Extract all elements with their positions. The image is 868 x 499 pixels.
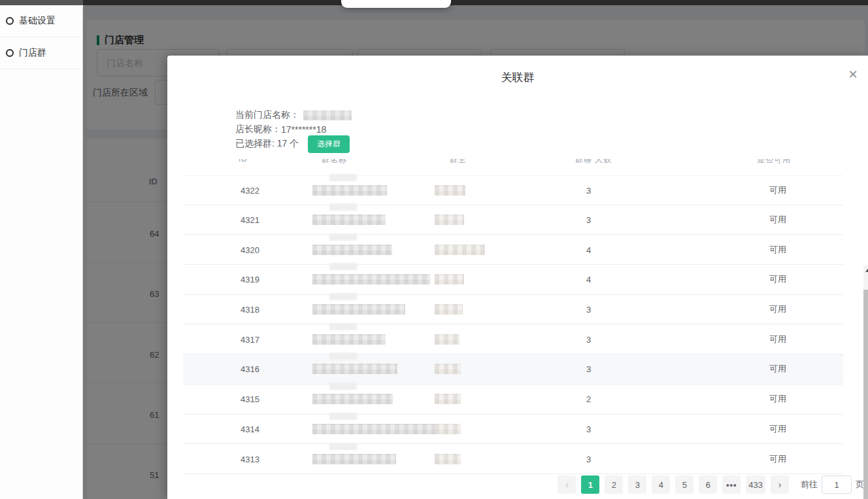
column-header-clipped: 是否可用 xyxy=(757,159,816,165)
groups-table: ID群名称群主群聊 人数是否可用 43223可用43213可用43204可用43… xyxy=(183,159,843,474)
group-member-count: 3 xyxy=(586,215,591,225)
group-table-row[interactable]: 43194可用 xyxy=(183,265,843,295)
group-table-row[interactable]: 43183可用 xyxy=(183,295,843,325)
group-member-count: 3 xyxy=(586,424,591,434)
page-button-4[interactable]: 4 xyxy=(652,475,670,494)
store-info-block: 当前门店名称： 店长昵称： 17*******18 已选择群: 17 个 选择群 xyxy=(235,108,352,151)
group-status: 可用 xyxy=(763,393,792,405)
group-status: 可用 xyxy=(763,273,792,285)
group-name-redacted xyxy=(312,424,443,434)
column-header-clipped: ID xyxy=(239,159,297,165)
group-id: 4313 xyxy=(241,454,259,464)
group-member-count: 4 xyxy=(586,275,591,284)
group-name-redacted xyxy=(312,245,392,255)
group-name-redacted xyxy=(312,274,430,284)
group-status: 可用 xyxy=(763,214,792,226)
related-groups-dialog: 关联群 ✕ 当前门店名称： 店长昵称： 17*******18 已选择群: 17… xyxy=(167,56,868,499)
dialog-title: 关联群 xyxy=(167,70,868,85)
store-name-redacted xyxy=(303,111,352,120)
goto-label: 前往 xyxy=(801,479,818,490)
more-pages-button[interactable]: ••• xyxy=(722,475,741,494)
page-button-6[interactable]: 6 xyxy=(699,475,717,494)
group-status: 可用 xyxy=(763,244,792,256)
group-member-count: 3 xyxy=(586,305,591,315)
group-name-redacted xyxy=(312,454,396,464)
scrollbar-thumb[interactable] xyxy=(863,290,868,499)
column-header-clipped: 群主 xyxy=(450,159,509,165)
table-body: 43223可用43213可用43204可用43194可用43183可用43173… xyxy=(183,175,843,474)
manager-nick-label: 店长昵称： xyxy=(235,124,281,135)
sidebar-item-label: 基础设置 xyxy=(19,15,56,27)
pagination: ‹ 123456 ••• 433 › 前往 页 xyxy=(555,475,864,494)
page-button-2[interactable]: 2 xyxy=(605,475,623,494)
group-name-redacted xyxy=(312,304,405,315)
group-id: 4314 xyxy=(241,424,259,434)
group-table-row[interactable]: 43133可用 xyxy=(183,444,843,474)
group-member-count: 3 xyxy=(586,454,591,464)
next-page-button[interactable]: › xyxy=(771,475,789,494)
prev-page-button[interactable]: ‹ xyxy=(558,475,576,494)
group-member-count: 3 xyxy=(586,185,591,195)
group-owner-redacted xyxy=(435,454,461,464)
selected-groups-count: 已选择群: 17 个 xyxy=(235,138,299,150)
group-table-row[interactable]: 43204可用 xyxy=(183,235,843,265)
manager-nick-value: 17*******18 xyxy=(281,124,326,135)
group-member-count: 3 xyxy=(586,364,591,374)
last-page-button[interactable]: 433 xyxy=(746,475,765,494)
select-group-button[interactable]: 选择群 xyxy=(308,135,350,153)
sidebar-item-store-groups[interactable]: 门店群 xyxy=(0,37,82,69)
group-owner-redacted xyxy=(435,304,463,315)
group-id: 4320 xyxy=(241,245,259,254)
table-scrollbar[interactable] xyxy=(863,266,868,499)
current-store-line: 当前门店名称： xyxy=(235,108,352,122)
page-button-1[interactable]: 1 xyxy=(581,475,599,494)
group-id: 4317 xyxy=(241,334,259,344)
sidebar: 基础设置 门店群 xyxy=(0,5,83,499)
toast-remnant xyxy=(341,0,451,8)
group-status: 可用 xyxy=(763,423,792,435)
sidebar-item-label: 门店群 xyxy=(19,47,46,59)
group-owner-redacted xyxy=(435,215,464,225)
goto-page-group: 前往 页 xyxy=(801,475,864,494)
page-buttons: 123456 xyxy=(578,475,720,494)
scroll-up-icon[interactable] xyxy=(863,266,868,275)
goto-page-input[interactable] xyxy=(822,475,852,494)
selected-groups-line: 已选择群: 17 个 选择群 xyxy=(235,137,352,151)
group-status: 可用 xyxy=(763,363,792,375)
column-header-clipped: 群聊 人数 xyxy=(575,159,634,165)
group-status: 可用 xyxy=(763,303,792,315)
group-name-redacted xyxy=(312,215,386,225)
group-name-redacted xyxy=(312,364,397,374)
radio-circle-icon xyxy=(6,49,14,57)
group-id: 4322 xyxy=(241,185,259,195)
group-status: 可用 xyxy=(763,334,792,345)
group-table-row[interactable]: 43223可用 xyxy=(183,175,843,205)
group-table-row[interactable]: 43163可用 xyxy=(183,354,843,385)
group-owner-redacted xyxy=(435,274,464,284)
group-id: 4315 xyxy=(241,394,259,404)
group-name-redacted xyxy=(312,394,393,404)
group-table-row[interactable]: 43213可用 xyxy=(183,205,843,235)
group-owner-redacted xyxy=(435,424,461,434)
group-member-count: 3 xyxy=(586,334,591,344)
manager-nick-line: 店长昵称： 17*******18 xyxy=(235,122,352,137)
group-id: 4319 xyxy=(241,275,259,284)
page-button-5[interactable]: 5 xyxy=(675,475,693,494)
group-table-row[interactable]: 43152可用 xyxy=(183,385,843,415)
group-table-row[interactable]: 43173可用 xyxy=(183,324,843,354)
group-owner-redacted xyxy=(435,245,485,255)
group-id: 4318 xyxy=(241,305,259,315)
page-button-3[interactable]: 3 xyxy=(628,475,646,494)
group-id: 4316 xyxy=(241,364,259,374)
goto-suffix: 页 xyxy=(856,479,864,490)
radio-circle-icon xyxy=(6,17,14,25)
group-name-redacted xyxy=(312,185,387,196)
group-owner-redacted xyxy=(435,364,461,374)
group-owner-redacted xyxy=(435,334,459,345)
sidebar-item-basic-settings[interactable]: 基础设置 xyxy=(0,5,82,37)
group-status: 可用 xyxy=(763,184,792,196)
group-table-row[interactable]: 43143可用 xyxy=(183,415,843,445)
column-header-clipped: 群名称 xyxy=(322,159,380,165)
group-status: 可用 xyxy=(763,453,792,465)
close-icon[interactable]: ✕ xyxy=(846,67,860,82)
